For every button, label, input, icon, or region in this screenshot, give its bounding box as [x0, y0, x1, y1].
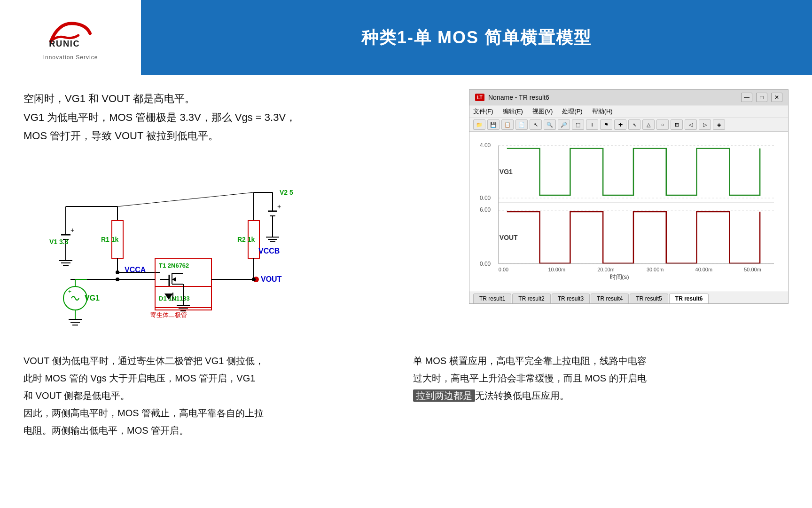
circuit-diagram: + V1 3.3 R1 1k	[23, 159, 343, 338]
description-row: 空闲时，VG1 和 VOUT 都是高电平。 VG1 为低电平时，MOS 管栅极是…	[23, 89, 789, 338]
sim-app-icon: LT	[475, 94, 484, 101]
sim-chart: 4.00 0.00 VG1 6.00 0.00	[469, 132, 788, 292]
tab-tr6[interactable]: TR result6	[669, 294, 709, 303]
svg-text:30.00m: 30.00m	[647, 267, 664, 272]
sim-titlebar: LT Noname - TR result6 — □ ✕	[469, 90, 788, 105]
restore-button[interactable]: □	[756, 93, 767, 102]
simulation-window: LT Noname - TR result6 — □ ✕ 文件(F) 编辑(E)…	[469, 89, 789, 304]
svg-text:VCCB: VCCB	[258, 247, 280, 255]
sim-controls[interactable]: — □ ✕	[741, 93, 782, 102]
svg-text:时间(s): 时间(s)	[610, 273, 629, 280]
tb-zoom-in[interactable]: 🔍	[544, 119, 556, 130]
sim-window-title: Noname - TR result6	[488, 94, 549, 101]
svg-text:寄生体二极管: 寄生体二极管	[150, 311, 187, 318]
tb-mark2[interactable]: ✚	[614, 119, 626, 130]
tb-right[interactable]: ▷	[699, 119, 711, 130]
title-bar: 种类1-单 MOS 简单横置模型	[141, 0, 812, 75]
svg-text:0.00: 0.00	[480, 195, 491, 201]
svg-text:VG1: VG1	[85, 294, 100, 302]
tab-tr2[interactable]: TR result2	[512, 294, 550, 303]
tb-zoom-out[interactable]: 🔎	[558, 119, 570, 130]
tb-measure[interactable]: ⊞	[671, 119, 683, 130]
main-content: 空闲时，VG1 和 VOUT 都是高电平。 VG1 为低电平时，MOS 管栅极是…	[0, 75, 812, 453]
tb-tool1[interactable]: △	[642, 119, 655, 130]
svg-text:V2 5: V2 5	[280, 189, 293, 196]
highlight-overlay: 拉到两边都是	[413, 389, 475, 402]
desc-line2: VG1 为低电平时，MOS 管栅极是 3.3V，那么 Vgs = 3.3V，	[23, 111, 296, 123]
logo-area: RUNIC Innovation Service	[0, 0, 141, 75]
logo-text: Innovation Service	[43, 54, 98, 61]
menu-help[interactable]: 帮助(H)	[592, 107, 613, 116]
left-section: 空闲时，VG1 和 VOUT 都是高电平。 VG1 为低电平时，MOS 管栅极是…	[23, 89, 455, 338]
svg-text:6.00: 6.00	[480, 206, 491, 213]
menu-view[interactable]: 视图(V)	[532, 107, 553, 116]
menu-file[interactable]: 文件(F)	[473, 107, 493, 116]
menu-edit[interactable]: 编辑(E)	[503, 107, 523, 116]
desc-line1: 空闲时，VG1 和 VOUT 都是高电平。	[23, 93, 195, 104]
tab-tr3[interactable]: TR result3	[552, 294, 590, 303]
circuit-area: + V1 3.3 R1 1k	[23, 159, 343, 338]
svg-text:10.00m: 10.00m	[548, 267, 566, 272]
tb-extra[interactable]: ◈	[713, 119, 725, 130]
waveform-chart: 4.00 0.00 VG1 6.00 0.00	[479, 139, 779, 280]
svg-text:D1 1N1183: D1 1N1183	[159, 295, 190, 302]
svg-point-59	[252, 278, 256, 281]
tb-mark1[interactable]: ⚑	[600, 119, 612, 130]
svg-text:+: +	[277, 203, 281, 210]
svg-text:R2 1k: R2 1k	[237, 236, 255, 243]
minimize-button[interactable]: —	[741, 93, 752, 102]
desc-line3: MOS 管打开，导致 VOUT 被拉到低电平。	[23, 130, 219, 142]
svg-text:+: +	[70, 226, 74, 234]
header: RUNIC Innovation Service 种类1-单 MOS 简单横置模…	[0, 0, 812, 75]
svg-text:VG1: VG1	[500, 168, 513, 175]
sim-toolbar: 📁 💾 📋 📄 ↖ 🔍 🔎 ⬚ T ⚑ ✚ ∿ △ ○ ⊞ ◁ ▷ ◈	[469, 118, 788, 132]
svg-text:VOUT: VOUT	[500, 234, 518, 241]
close-button[interactable]: ✕	[771, 93, 782, 102]
svg-text:T1 2N6762: T1 2N6762	[159, 262, 189, 269]
description-text: 空闲时，VG1 和 VOUT 都是高电平。 VG1 为低电平时，MOS 管栅极是…	[23, 89, 455, 145]
svg-text:20.00m: 20.00m	[597, 267, 615, 272]
tb-open[interactable]: 📁	[473, 119, 485, 130]
runic-logo: RUNIC	[47, 15, 94, 52]
menu-process[interactable]: 处理(P)	[562, 107, 582, 116]
svg-text:V1 3.3: V1 3.3	[49, 238, 69, 246]
svg-text:0.00: 0.00	[480, 261, 491, 267]
svg-text:0.00: 0.00	[499, 267, 508, 272]
sim-tabs: TR result1 TR result2 TR result3 TR resu…	[469, 292, 788, 303]
tb-tool2[interactable]: ○	[656, 119, 669, 130]
bottom-section: VOUT 侧为低电平时，通过寄生体二极管把 VG1 侧拉低， 此时 MOS 管的…	[23, 352, 789, 439]
svg-text:4.00: 4.00	[480, 142, 491, 149]
svg-text:+: +	[68, 288, 71, 295]
sim-title-left: LT Noname - TR result6	[475, 94, 549, 101]
bottom-right-text: 单 MOS 横置应用，高电平完全靠上拉电阻，线路中电容 过大时，高电平上升沿会非…	[413, 352, 789, 439]
svg-text:R1 1k: R1 1k	[101, 236, 119, 243]
tab-tr4[interactable]: TR result4	[591, 294, 629, 303]
tb-paste[interactable]: 📄	[515, 119, 528, 130]
tab-tr5[interactable]: TR result5	[630, 294, 668, 303]
svg-point-60	[116, 278, 119, 281]
sim-menubar: 文件(F) 编辑(E) 视图(V) 处理(P) 帮助(H)	[469, 105, 788, 118]
tb-select[interactable]: ⬚	[572, 119, 584, 130]
svg-text:40.00m: 40.00m	[695, 267, 713, 272]
tb-cursor[interactable]: ↖	[530, 119, 542, 130]
bottom-left-text: VOUT 侧为低电平时，通过寄生体二极管把 VG1 侧拉低， 此时 MOS 管的…	[23, 352, 399, 439]
tb-text[interactable]: T	[586, 119, 598, 130]
tb-copy[interactable]: 📋	[501, 119, 514, 130]
svg-text:RUNIC: RUNIC	[49, 39, 80, 48]
logo-container: RUNIC Innovation Service	[43, 15, 98, 61]
page-title: 种类1-单 MOS 简单横置模型	[361, 26, 592, 49]
tab-tr1[interactable]: TR result1	[473, 294, 511, 303]
tb-left[interactable]: ◁	[685, 119, 697, 130]
tb-save[interactable]: 💾	[487, 119, 500, 130]
svg-text:50.00m: 50.00m	[744, 267, 761, 272]
svg-text:VOUT: VOUT	[261, 275, 282, 283]
tb-wave[interactable]: ∿	[628, 119, 640, 130]
